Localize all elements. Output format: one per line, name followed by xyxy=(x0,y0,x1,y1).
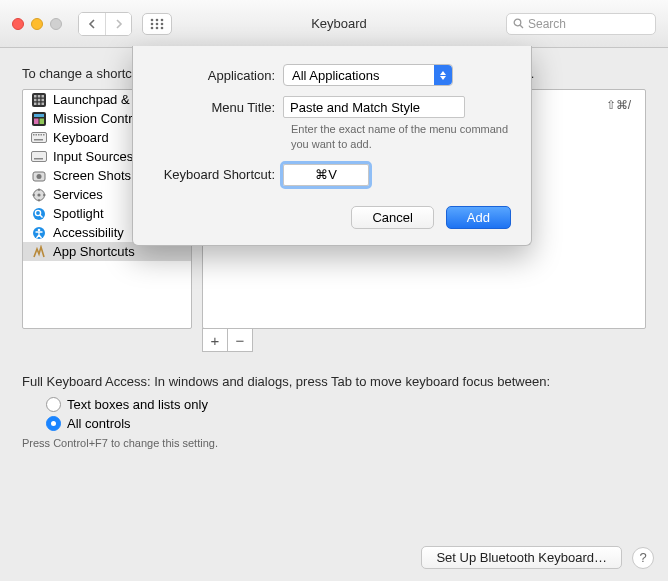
minimize-window-button[interactable] xyxy=(31,18,43,30)
svg-rect-30 xyxy=(43,134,45,136)
sidebar-item-label: Mission Control xyxy=(53,111,143,126)
app-shortcuts-icon xyxy=(31,244,47,260)
svg-line-10 xyxy=(520,25,523,28)
svg-rect-26 xyxy=(33,134,35,136)
search-icon xyxy=(513,18,524,29)
popup-arrows-icon xyxy=(434,65,452,85)
input-sources-icon xyxy=(31,149,47,165)
forward-button[interactable] xyxy=(105,13,131,35)
svg-point-46 xyxy=(38,228,41,231)
svg-rect-17 xyxy=(42,98,45,101)
keyboard-shortcut-input[interactable] xyxy=(283,164,369,186)
svg-rect-24 xyxy=(40,118,45,124)
svg-point-9 xyxy=(514,19,521,26)
svg-rect-28 xyxy=(38,134,40,136)
radio-indicator xyxy=(46,397,61,412)
svg-point-5 xyxy=(161,22,164,25)
svg-rect-32 xyxy=(32,152,47,162)
sidebar-item-label: Services xyxy=(53,187,103,202)
svg-rect-20 xyxy=(42,102,45,105)
help-button[interactable]: ? xyxy=(632,547,654,569)
application-label: Application: xyxy=(153,68,283,83)
application-popup[interactable]: All Applications xyxy=(283,64,453,86)
sidebar-item-label: Screen Shots xyxy=(53,168,131,183)
radio-label: Text boxes and lists only xyxy=(67,397,208,412)
nav-back-forward xyxy=(78,12,132,36)
svg-rect-14 xyxy=(42,95,45,98)
full-keyboard-access-text: Full Keyboard Access: In windows and dia… xyxy=(22,374,646,389)
add-button[interactable]: Add xyxy=(446,206,511,229)
footer: Set Up Bluetooth Keyboard… ? xyxy=(421,546,654,569)
screenshots-icon xyxy=(31,168,47,184)
svg-point-0 xyxy=(151,18,154,21)
services-icon xyxy=(31,187,47,203)
svg-rect-31 xyxy=(34,139,43,141)
svg-point-7 xyxy=(156,26,159,29)
svg-rect-27 xyxy=(36,134,38,136)
radio-label: All controls xyxy=(67,416,131,431)
svg-point-2 xyxy=(161,18,164,21)
grid-icon xyxy=(150,18,164,30)
radio-indicator xyxy=(46,416,61,431)
radio-all-controls[interactable]: All controls xyxy=(46,416,646,431)
svg-point-4 xyxy=(156,22,159,25)
mission-control-icon xyxy=(31,111,47,127)
sidebar-item-label: App Shortcuts xyxy=(53,244,135,259)
application-value: All Applications xyxy=(292,68,379,83)
svg-point-8 xyxy=(161,26,164,29)
svg-rect-15 xyxy=(34,98,37,101)
remove-shortcut-button[interactable]: − xyxy=(227,328,253,352)
close-window-button[interactable] xyxy=(12,18,24,30)
search-field[interactable]: Search xyxy=(506,13,656,35)
radio-text-boxes-only[interactable]: Text boxes and lists only xyxy=(46,397,646,412)
svg-rect-33 xyxy=(34,158,43,160)
svg-point-3 xyxy=(151,22,154,25)
window-title: Keyboard xyxy=(182,16,496,31)
search-placeholder: Search xyxy=(528,17,566,31)
svg-point-6 xyxy=(151,26,154,29)
titlebar: Keyboard Search xyxy=(0,0,668,48)
accessibility-icon xyxy=(31,225,47,241)
add-shortcut-button[interactable]: + xyxy=(202,328,228,352)
cancel-button[interactable]: Cancel xyxy=(351,206,433,229)
keyboard-shortcut-label: Keyboard Shortcut: xyxy=(153,167,283,182)
spotlight-icon xyxy=(31,206,47,222)
svg-rect-18 xyxy=(34,102,37,105)
sidebar-item-label: Keyboard xyxy=(53,130,109,145)
svg-rect-23 xyxy=(34,118,39,124)
svg-rect-22 xyxy=(34,114,44,117)
show-all-button[interactable] xyxy=(142,13,172,35)
svg-rect-19 xyxy=(38,102,41,105)
svg-point-1 xyxy=(156,18,159,21)
add-shortcut-sheet: Application: All Applications Menu Title… xyxy=(132,46,532,246)
zoom-window-button xyxy=(50,18,62,30)
sidebar-item-label: Input Sources xyxy=(53,149,133,164)
shortcut-display: ⇧⌘/ xyxy=(606,98,631,112)
svg-point-37 xyxy=(37,193,40,196)
svg-rect-16 xyxy=(38,98,41,101)
svg-rect-13 xyxy=(38,95,41,98)
menu-title-label: Menu Title: xyxy=(153,100,283,115)
svg-rect-12 xyxy=(34,95,37,98)
keyboard-icon xyxy=(31,130,47,146)
setup-bluetooth-keyboard-button[interactable]: Set Up Bluetooth Keyboard… xyxy=(421,546,622,569)
sidebar-item-label: Accessibility xyxy=(53,225,124,240)
fka-hint: Press Control+F7 to change this setting. xyxy=(22,437,646,449)
sidebar-item-label: Spotlight xyxy=(53,206,104,221)
svg-point-42 xyxy=(33,208,45,220)
window-controls xyxy=(12,18,62,30)
back-button[interactable] xyxy=(79,13,105,35)
menu-title-hint: Enter the exact name of the menu command… xyxy=(291,122,511,152)
svg-point-35 xyxy=(37,174,42,179)
menu-title-input[interactable] xyxy=(283,96,465,118)
add-remove-bar: + − xyxy=(202,328,646,352)
launchpad-icon xyxy=(31,92,47,108)
svg-rect-29 xyxy=(41,134,43,136)
